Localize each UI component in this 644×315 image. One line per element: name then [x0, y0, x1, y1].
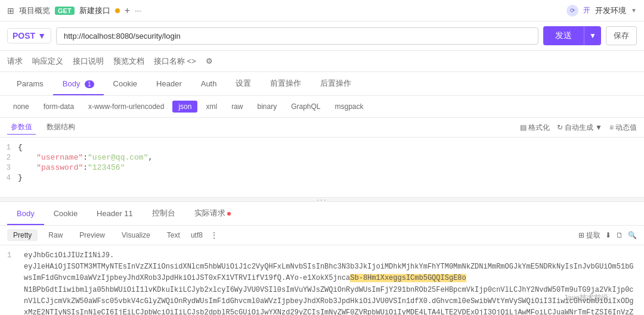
section-divider: ···: [0, 197, 644, 202]
add-tab-button[interactable]: +: [125, 5, 130, 16]
format-button[interactable]: ▤ 格式化: [520, 123, 550, 133]
url-bar: POST ▼ 发送 ▼ 保存: [0, 21, 644, 51]
resp-line-2: eyJleHAiOjISOTM3MTMyNTEsInVzZXIiOnsidXNl…: [7, 261, 637, 284]
resp-line-1: 1 eyJhbGciOiJIUzI1NiJ9.: [7, 250, 637, 261]
env-label[interactable]: 开发环境: [595, 5, 626, 16]
copy-lines-icon[interactable]: ⋮: [210, 230, 218, 240]
dynamic-icon: ≡: [609, 123, 614, 132]
spinner-icon: ⟳: [566, 5, 578, 17]
tab-pre-action[interactable]: 前置操作: [261, 72, 311, 96]
top-bar: ⊞ 项目概览 GET 新建接口 + ··· ⟳ 开 开发环境 ▼: [0, 0, 644, 21]
send-button-group: 发送 ▼: [543, 26, 601, 45]
code-line-1: 1 {: [0, 142, 644, 152]
resp-tab-actual[interactable]: 实际请求: [185, 202, 240, 226]
resp-tab-cookie[interactable]: Cookie: [44, 203, 87, 225]
resp-content-2: eyJleHAiOjISOTM3MTMyNTEsInVzZXIiOnsidXNl…: [24, 261, 637, 284]
resp-line-num-2: [7, 261, 19, 284]
tab-body[interactable]: Body 1: [53, 73, 104, 95]
top-bar-left: ⊞ 项目概览 GET 新建接口 + ···: [7, 5, 141, 16]
tab-post-action[interactable]: 后置操作: [311, 72, 361, 96]
resp-line-num-1: 1: [7, 250, 19, 261]
resp-format-preview[interactable]: Preview: [73, 229, 111, 241]
method-select[interactable]: POST ▼: [7, 28, 51, 43]
resp-highlight: Sb-8Hm1XxeggsICmb5GQQISgE8o: [350, 274, 466, 282]
grid-icon: ⊞: [7, 6, 14, 15]
tab-header[interactable]: Header: [147, 73, 191, 95]
url-input[interactable]: [56, 27, 538, 45]
response-tabs: Body Cookie Header 11 控制台 实际请求: [0, 202, 644, 226]
format-icon: ▤: [520, 123, 527, 132]
resp-tab-console[interactable]: 控制台: [143, 202, 185, 226]
body-type-none[interactable]: none: [7, 101, 35, 113]
subnav-api-desc[interactable]: 接口说明: [73, 56, 104, 67]
tab-settings[interactable]: 设置: [226, 72, 261, 96]
more-button[interactable]: ···: [135, 6, 141, 15]
resp-format-pretty[interactable]: Pretty: [7, 229, 38, 241]
body-type-graphql[interactable]: GraphQL: [285, 101, 326, 113]
line-num-3: 3: [0, 163, 18, 172]
toolbar-tab-params[interactable]: 参数值: [7, 120, 36, 135]
body-type-msgpack[interactable]: msgpack: [329, 101, 370, 113]
project-label[interactable]: 项目概览: [19, 5, 50, 16]
code-content-1: {: [18, 143, 644, 152]
subnav-request[interactable]: 请求: [7, 56, 23, 67]
subnav-response-def[interactable]: 响应定义: [32, 56, 63, 67]
send-button[interactable]: 发送: [543, 26, 584, 45]
response-toolbar: Pretty Raw Preview Visualize Text utf8 ⋮…: [0, 226, 644, 245]
tab-title[interactable]: 新建接口: [79, 5, 110, 16]
actual-req-dot: [227, 212, 231, 216]
method-arrow-icon: ▼: [38, 31, 46, 40]
send-arrow-button[interactable]: ▼: [584, 26, 601, 45]
body-type-xml[interactable]: xml: [200, 101, 223, 113]
extract-button[interactable]: ⊞ 提取: [578, 230, 600, 241]
auto-gen-button[interactable]: ↻ 自动生成 ▼: [557, 123, 602, 133]
resp-tab-body[interactable]: Body: [7, 203, 44, 225]
code-line-3: 3 "password":"123456": [0, 163, 644, 173]
resp-line-3: N1BPbGdtIiwibmlja05hbWUiOiI1lvKDkuIkiLCJ…: [7, 285, 637, 315]
line-num-2: 2: [0, 153, 18, 162]
response-body: 1 eyJhbGciOiJIUzI1NiJ9. eyJleHAiOjISOTM3…: [0, 245, 644, 315]
dynamic-button[interactable]: ≡ 动态值: [609, 123, 637, 133]
copy-icon[interactable]: 🗋: [616, 231, 623, 239]
method-label: POST: [13, 31, 35, 40]
tab-cookie[interactable]: Cookie: [104, 73, 147, 95]
search-icon[interactable]: 🔍: [628, 231, 637, 239]
env-arrow-icon[interactable]: ▼: [631, 7, 637, 14]
code-content-4: }: [18, 173, 644, 182]
line-num-4: 4: [0, 173, 18, 182]
resp-content-3: N1BPbGdtIiwibmlja05hbWUiOiI1lvKDkuIkiLCJ…: [24, 285, 637, 315]
line-num-1: 1: [0, 143, 18, 152]
resp-encoding[interactable]: utf8: [191, 231, 203, 239]
auto-gen-arrow: ▼: [595, 123, 602, 132]
resp-format-visualize[interactable]: Visualize: [116, 229, 156, 241]
tab-auth[interactable]: Auth: [191, 73, 227, 95]
code-content-2: "username":"user@qq.com",: [18, 153, 644, 162]
top-bar-right: ⟳ 开 开发环境 ▼: [566, 5, 637, 17]
resp-content-1: eyJhbGciOiJIUzI1NiJ9.: [24, 250, 114, 261]
resp-format-text[interactable]: Text: [161, 229, 186, 241]
sub-nav: 请求 响应定义 接口说明 预览文档 接口名称 <> ⚙: [0, 51, 644, 72]
env-toggle[interactable]: 开: [583, 5, 590, 15]
body-type-raw[interactable]: raw: [225, 101, 249, 113]
save-button[interactable]: 保存: [606, 26, 637, 45]
code-key-username: "username": [36, 153, 83, 162]
subnav-api-name[interactable]: 接口名称 <>: [154, 56, 196, 67]
code-editor[interactable]: 1 { 2 "username":"user@qq.com", 3 "passw…: [0, 138, 644, 197]
tab-params[interactable]: Params: [7, 73, 53, 95]
subnav-preview-doc[interactable]: 预览文档: [113, 56, 144, 67]
body-type-form-data[interactable]: form-data: [38, 101, 80, 113]
toolbar-tab-structure[interactable]: 数据结构: [43, 120, 79, 135]
body-type-binary[interactable]: binary: [251, 101, 283, 113]
body-badge: 1: [85, 80, 94, 88]
download-icon[interactable]: ⬇: [605, 231, 611, 239]
subnav-settings-icon[interactable]: ⚙: [206, 57, 213, 66]
resp-tab-header[interactable]: Header 11: [87, 203, 143, 225]
auto-gen-icon: ↻: [557, 123, 563, 132]
resp-format-raw[interactable]: Raw: [42, 229, 69, 241]
body-type-urlencoded[interactable]: x-www-form-urlencoded: [82, 101, 170, 113]
code-value-password: "123456": [88, 163, 125, 172]
main-area: Params Body 1 Cookie Header Auth 设置 前置操作…: [0, 72, 644, 197]
editor-toolbar: 参数值 数据结构 ▤ 格式化 ↻ 自动生成 ▼ ≡ 动态值: [0, 118, 644, 138]
divider-dots: ···: [317, 195, 327, 204]
body-type-json[interactable]: json: [172, 101, 197, 113]
